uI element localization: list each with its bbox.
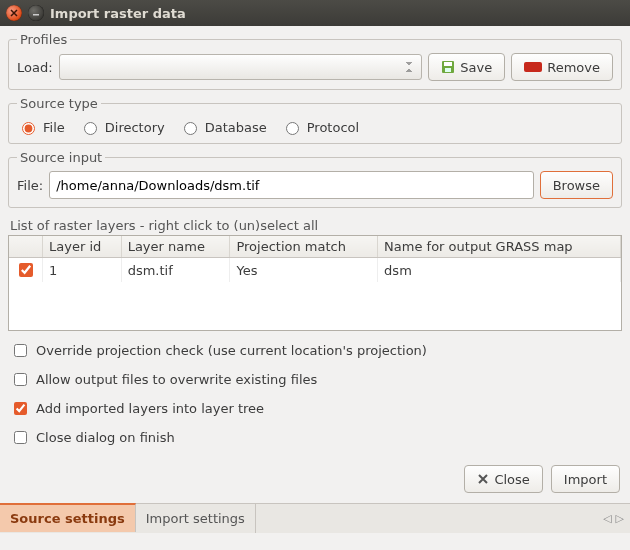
minimize-window-icon[interactable] [28, 5, 44, 21]
file-label: File: [17, 178, 43, 193]
close-icon [477, 473, 489, 485]
table-column-header[interactable]: Layer id [43, 236, 122, 258]
tab-scroll-right-icon[interactable]: ▷ [616, 512, 624, 525]
tab-scroll-controls: ◁ ▷ [603, 512, 630, 525]
tab[interactable]: Source settings [0, 503, 136, 532]
svg-rect-3 [445, 68, 451, 72]
remove-button[interactable]: Remove [511, 53, 613, 81]
options-group: Override projection check (use current l… [8, 331, 622, 457]
table-column-header[interactable]: Layer name [121, 236, 230, 258]
source-type-legend: Source type [17, 96, 101, 111]
close-button[interactable]: Close [464, 465, 542, 493]
option-checkbox[interactable]: Override projection check (use current l… [10, 341, 620, 360]
layer-table[interactable]: Layer idLayer nameProjection matchName f… [8, 235, 622, 331]
source-type-group: Source type FileDirectoryDatabaseProtoco… [8, 96, 622, 144]
svg-rect-2 [444, 62, 452, 66]
profiles-legend: Profiles [17, 32, 70, 47]
layer-list-label: List of raster layers - right click to (… [10, 218, 622, 233]
source-type-option[interactable]: File [17, 119, 65, 135]
tab-scroll-left-icon[interactable]: ◁ [603, 512, 611, 525]
close-window-icon[interactable] [6, 5, 22, 21]
window-title: Import raster data [50, 6, 186, 21]
table-column-header[interactable]: Projection match [230, 236, 378, 258]
floppy-icon [441, 60, 455, 74]
source-type-option[interactable]: Protocol [281, 119, 359, 135]
minus-icon [524, 62, 542, 72]
svg-rect-0 [33, 14, 39, 16]
tab[interactable]: Import settings [136, 504, 256, 533]
source-input-legend: Source input [17, 150, 105, 165]
source-type-radios: FileDirectoryDatabaseProtocol [17, 117, 613, 135]
save-button[interactable]: Save [428, 53, 505, 81]
load-label: Load: [17, 60, 53, 75]
option-checkbox[interactable]: Close dialog on finish [10, 428, 620, 447]
option-checkbox[interactable]: Add imported layers into layer tree [10, 399, 620, 418]
tab-bar: Source settingsImport settings ◁ ▷ [0, 503, 630, 533]
table-row[interactable]: 1dsm.tifYesdsm [9, 258, 621, 283]
source-type-option[interactable]: Directory [79, 119, 165, 135]
source-type-option[interactable]: Database [179, 119, 267, 135]
source-input-group: Source input File: Browse [8, 150, 622, 208]
import-button[interactable]: Import [551, 465, 620, 493]
table-column-header[interactable]: Name for output GRASS map [378, 236, 621, 258]
window-titlebar: Import raster data [0, 0, 630, 26]
row-checkbox[interactable] [19, 263, 33, 277]
browse-button[interactable]: Browse [540, 171, 613, 199]
file-path-input[interactable] [49, 171, 534, 199]
option-checkbox[interactable]: Allow output files to overwrite existing… [10, 370, 620, 389]
dialog-buttons: Close Import [8, 457, 622, 503]
profile-select[interactable] [59, 54, 423, 80]
profiles-group: Profiles Load: Save Remove [8, 32, 622, 90]
